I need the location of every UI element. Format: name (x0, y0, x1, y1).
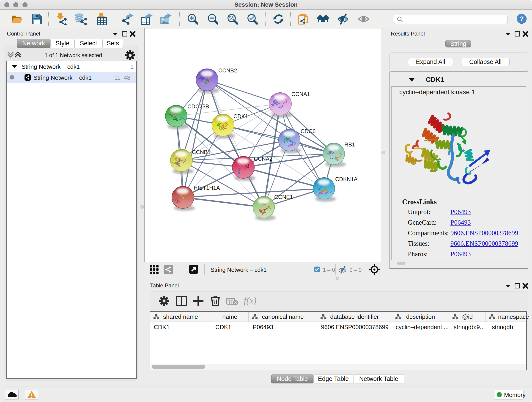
svg-text:CDK1: CDK1 (234, 113, 248, 119)
svg-text:RB1: RB1 (344, 141, 355, 148)
svg-text:CCNB2: CCNB2 (218, 67, 237, 74)
svg-text:HIST1H1A: HIST1H1A (194, 185, 220, 191)
svg-text:CDC6: CDC6 (301, 128, 316, 134)
svg-text:CCNA2: CCNA2 (254, 156, 272, 162)
svg-text:CCNE1: CCNE1 (274, 194, 293, 200)
svg-text:CDKN1A: CDKN1A (335, 176, 357, 182)
svg-text:CCNB1: CCNB1 (192, 149, 210, 155)
svg-text:?: ? (520, 15, 524, 22)
svg-text:CDC25B: CDC25B (187, 103, 209, 109)
svg-text:CCNA1: CCNA1 (291, 91, 310, 97)
